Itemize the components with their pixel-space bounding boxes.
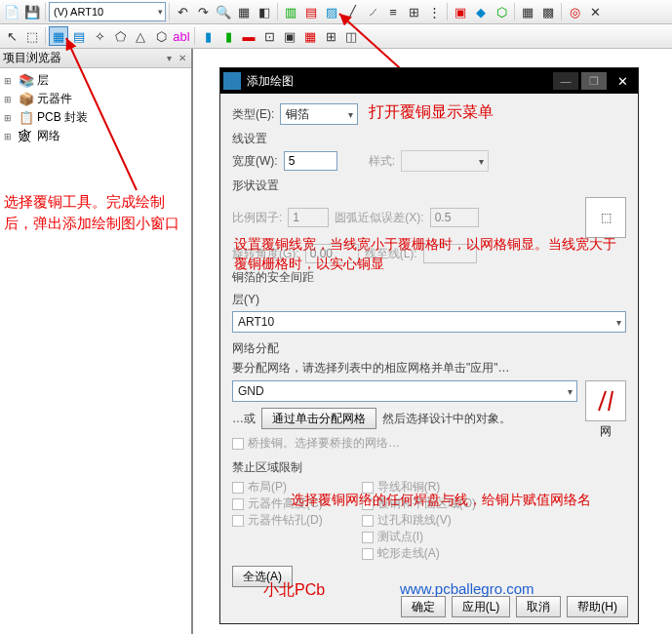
tool-icon-6[interactable]: ╱ [342, 2, 362, 21]
pointer-icon[interactable]: ↖ [2, 26, 21, 46]
apply-button[interactable]: 应用(L) [452, 596, 511, 617]
net-or-label: …或 [232, 411, 256, 427]
new-icon[interactable]: 📄 [2, 2, 21, 21]
project-tree: ⊞📚层 ⊞📦元器件 ⊞📋PCB 封装 ⊞🕸网络 [0, 68, 191, 148]
toolbar-main: 📄 💾 (V) ART10 ↶ ↷ 🔍 ▦ ◧ ▥ ▤ ▨ ╱ ⟋ ≡ ⊞ ⋮ … [0, 0, 672, 24]
draw-icon-5[interactable]: ⬡ [151, 26, 171, 46]
keepout-testpoint: 测试点(I) [362, 529, 476, 545]
width-input[interactable] [284, 151, 337, 171]
type-label: 类型(E): [232, 106, 274, 123]
draw-icon-7[interactable]: ▮ [218, 26, 238, 46]
draw-icon-12[interactable]: ⊞ [321, 26, 340, 46]
draw-icon-2[interactable]: ✧ [90, 26, 109, 46]
assign-net-button[interactable]: 通过单击分配网格 [261, 408, 376, 429]
tol-input [430, 208, 479, 227]
annotation-assign-net: 选择覆铜网络的任何焊盘与线，给铜片赋值网络名 [291, 490, 622, 509]
draw-icon-9[interactable]: ⊡ [259, 26, 279, 46]
shape-section-label: 形状设置 [232, 178, 626, 194]
style-dropdown [401, 150, 489, 172]
sidebar-controls[interactable]: ▾ ✕ [167, 53, 188, 63]
tool-icon-8[interactable]: ≡ [383, 2, 403, 21]
layer-combo[interactable]: (V) ART10 [49, 2, 166, 21]
layer-dropdown[interactable]: ART10 [232, 311, 626, 333]
draw-icon-8[interactable]: ▬ [239, 26, 258, 46]
keepout-section-label: 禁止区域限制 [232, 459, 626, 476]
project-browser: 项目浏览器 ▾ ✕ ⊞📚层 ⊞📦元器件 ⊞📋PCB 封装 ⊞🕸网络 [0, 49, 193, 634]
draw-icon-13[interactable]: ◫ [341, 26, 361, 46]
line-section-label: 线设置 [232, 131, 626, 147]
sidebar-title: 项目浏览器 [3, 50, 61, 66]
width-label: 宽度(W): [232, 153, 278, 170]
minimize-button[interactable]: — [553, 72, 578, 90]
select-icon[interactable]: ⬚ [22, 26, 42, 46]
tool-icon-4[interactable]: ▤ [301, 2, 321, 21]
tool-icon-15[interactable]: ▩ [538, 2, 558, 21]
tool-icon-7[interactable]: ⟋ [363, 2, 382, 21]
annotation-select-tool: 选择覆铜工具。完成绘制后，弹出添加绘制图小窗口 [4, 191, 189, 234]
help-button[interactable]: 帮助(H) [567, 596, 628, 617]
annotation-linewidth: 设置覆铜线宽，当线宽小于覆栅格时，以网格铜显。当线宽大于覆铜栅格时，以实心铜显 [234, 234, 624, 273]
annotation-open-menu: 打开覆铜显示菜单 [369, 102, 494, 122]
keepout-drill: 元器件钻孔(D) [232, 512, 323, 529]
ok-button[interactable]: 确定 [401, 596, 446, 617]
sidebar-header: 项目浏览器 ▾ ✕ [0, 49, 191, 68]
draw-icon-1[interactable]: ▤ [69, 26, 89, 46]
tool-icon-2[interactable]: ◧ [255, 2, 274, 21]
layers-icon: 📚 [19, 73, 34, 88]
save-icon[interactable]: 💾 [22, 2, 42, 21]
toolbar-draw: ↖ ⬚ ▦ ▤ ✧ ⬠ △ ⬡ abl ▮ ▮ ▬ ⊡ ▣ ▦ ⊞ ◫ [0, 24, 672, 49]
net-dropdown[interactable]: GND [232, 380, 577, 402]
tool-icon-14[interactable]: ▦ [518, 2, 537, 21]
nets-icon: 🕸 [19, 129, 34, 143]
close-button[interactable]: ✕ [610, 72, 635, 90]
pcb-icon: 📋 [19, 110, 34, 125]
annotation-url: www.pcballegro.com [400, 580, 534, 597]
tool-icon-5[interactable]: ▨ [322, 2, 341, 21]
draw-icon-3[interactable]: ⬠ [110, 26, 130, 46]
layer-section-label: 层(Y) [232, 292, 626, 308]
net-preview-icon [585, 380, 626, 421]
tool-icon-12[interactable]: ◆ [471, 2, 491, 21]
components-icon: 📦 [19, 92, 34, 106]
tree-item-components[interactable]: ⊞📦元器件 [4, 90, 187, 108]
style-label: 样式: [369, 153, 395, 170]
restore-button[interactable]: ❐ [581, 72, 607, 90]
scale-input [288, 208, 329, 227]
annotation-brand: 小北PCb [263, 580, 325, 600]
net-icon-label: 网 [585, 423, 626, 440]
type-dropdown[interactable]: 铜箔 [280, 103, 358, 125]
tool-icon-1[interactable]: ▦ [234, 2, 254, 21]
tool-icon-17[interactable]: ✕ [585, 2, 605, 21]
tool-icon-11[interactable]: ▣ [451, 2, 470, 21]
tool-icon-10[interactable]: ⋮ [424, 2, 444, 21]
scale-label: 比例因子: [232, 210, 282, 226]
undo-icon[interactable]: ↶ [173, 2, 192, 21]
text-icon[interactable]: abl [172, 26, 191, 46]
cancel-button[interactable]: 取消 [516, 596, 561, 617]
keepout-via: 过孔和跳线(V) [362, 512, 476, 529]
draw-icon-6[interactable]: ▮ [198, 26, 217, 46]
shape-preview: ⬚ [585, 197, 626, 238]
draw-icon-4[interactable]: △ [131, 26, 150, 46]
zoom-icon[interactable]: 🔍 [214, 2, 233, 21]
tree-item-nets[interactable]: ⊞🕸网络 [4, 127, 187, 145]
tree-item-pcb[interactable]: ⊞📋PCB 封装 [4, 108, 187, 127]
tool-icon-13[interactable]: ⬡ [492, 2, 511, 21]
redo-icon[interactable]: ↷ [193, 2, 213, 21]
tool-icon-9[interactable]: ⊞ [404, 2, 423, 21]
tol-label: 圆弧近似误差(X): [335, 210, 423, 226]
copper-tool-icon[interactable]: ▦ [49, 26, 68, 46]
dialog-title: 添加绘图 [247, 73, 294, 90]
net-section-label: 网络分配 [232, 340, 626, 357]
net-after-label: 然后选择设计中的对象。 [382, 411, 511, 427]
tool-icon-16[interactable]: ◎ [565, 2, 584, 21]
add-drawing-dialog: 添加绘图 — ❐ ✕ 类型(E): 铜箔 线设置 宽度(W): 样式: 形状设置… [219, 67, 639, 624]
tree-item-layers[interactable]: ⊞📚层 [4, 71, 187, 90]
draw-icon-10[interactable]: ▣ [280, 26, 299, 46]
dialog-icon [223, 72, 241, 90]
tool-icon-3[interactable]: ▥ [281, 2, 300, 21]
net-hint: 要分配网络，请选择列表中的相应网格并单击"应用"… [232, 360, 626, 376]
draw-icon-11[interactable]: ▦ [300, 26, 320, 46]
dialog-titlebar[interactable]: 添加绘图 — ❐ ✕ [220, 68, 638, 94]
bridge-checkbox: 桥接铜。选择要桥接的网络… [232, 435, 577, 452]
